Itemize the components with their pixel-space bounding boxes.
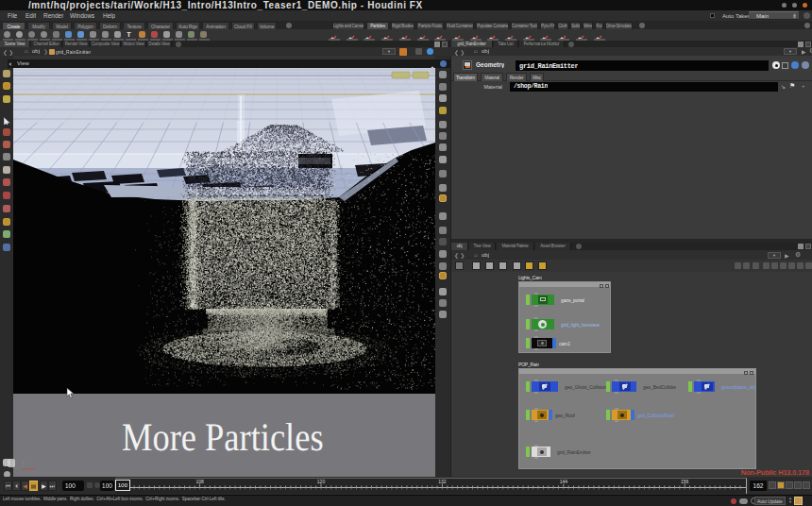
svg-text:156: 156 [681,479,689,484]
svg-text:120: 120 [317,479,326,484]
svg-text:144: 144 [560,479,568,484]
svg-text:108: 108 [195,479,204,484]
svg-text:132: 132 [438,479,447,484]
